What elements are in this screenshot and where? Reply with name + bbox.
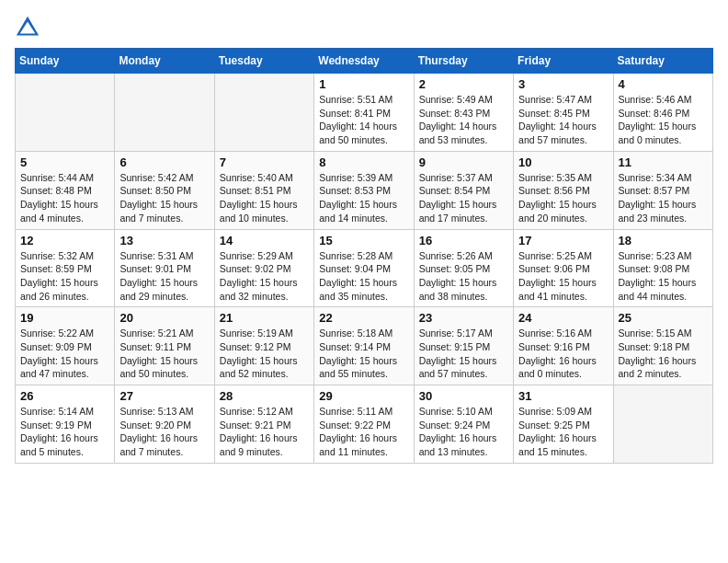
week-row-2: 5Sunrise: 5:44 AMSunset: 8:48 PMDaylight… (16, 151, 713, 229)
logo-icon (15, 15, 40, 40)
day-info: Sunrise: 5:51 AMSunset: 8:41 PMDaylight:… (319, 93, 408, 147)
day-info: Sunrise: 5:11 AMSunset: 9:22 PMDaylight:… (319, 405, 408, 459)
weekday-header-thursday: Thursday (414, 49, 513, 74)
day-info: Sunrise: 5:42 AMSunset: 8:50 PMDaylight:… (119, 171, 209, 225)
day-info: Sunrise: 5:17 AMSunset: 9:15 PMDaylight:… (419, 327, 508, 381)
day-info: Sunrise: 5:32 AMSunset: 8:59 PMDaylight:… (20, 249, 109, 304)
calendar-cell: 23Sunrise: 5:17 AMSunset: 9:15 PMDayligh… (414, 307, 513, 385)
calendar-cell: 5Sunrise: 5:44 AMSunset: 8:48 PMDaylight… (16, 151, 115, 229)
day-info: Sunrise: 5:34 AMSunset: 8:57 PMDaylight:… (619, 171, 708, 225)
weekday-header-row: SundayMondayTuesdayWednesdayThursdayFrid… (16, 49, 713, 74)
day-number: 11 (619, 155, 708, 169)
weekday-header-monday: Monday (115, 49, 214, 74)
calendar-cell: 3Sunrise: 5:47 AMSunset: 8:45 PMDaylight… (514, 74, 613, 152)
day-info: Sunrise: 5:25 AMSunset: 9:06 PMDaylight:… (518, 249, 608, 304)
calendar-cell: 20Sunrise: 5:21 AMSunset: 9:11 PMDayligh… (115, 307, 214, 385)
day-number: 1 (319, 77, 408, 91)
calendar-cell: 12Sunrise: 5:32 AMSunset: 8:59 PMDayligh… (16, 229, 115, 307)
calendar-cell: 25Sunrise: 5:15 AMSunset: 9:18 PMDayligh… (613, 307, 712, 385)
calendar-cell: 22Sunrise: 5:18 AMSunset: 9:14 PMDayligh… (314, 307, 414, 385)
day-number: 4 (619, 77, 708, 91)
calendar-cell: 13Sunrise: 5:31 AMSunset: 9:01 PMDayligh… (115, 229, 214, 307)
calendar-cell: 16Sunrise: 5:26 AMSunset: 9:05 PMDayligh… (414, 229, 513, 307)
day-info: Sunrise: 5:29 AMSunset: 9:02 PMDaylight:… (220, 249, 309, 304)
day-number: 20 (119, 311, 209, 325)
weekday-header-sunday: Sunday (16, 49, 115, 74)
page-header (15, 15, 713, 40)
calendar-cell: 10Sunrise: 5:35 AMSunset: 8:56 PMDayligh… (514, 151, 613, 229)
day-info: Sunrise: 5:12 AMSunset: 9:21 PMDaylight:… (220, 405, 309, 459)
day-info: Sunrise: 5:22 AMSunset: 9:09 PMDaylight:… (20, 327, 109, 381)
day-info: Sunrise: 5:44 AMSunset: 8:48 PMDaylight:… (20, 171, 109, 225)
calendar-cell: 30Sunrise: 5:10 AMSunset: 9:24 PMDayligh… (414, 385, 513, 464)
weekday-header-saturday: Saturday (613, 49, 712, 74)
calendar-cell: 17Sunrise: 5:25 AMSunset: 9:06 PMDayligh… (514, 229, 613, 307)
day-info: Sunrise: 5:09 AMSunset: 9:25 PMDaylight:… (518, 405, 608, 459)
calendar-cell: 1Sunrise: 5:51 AMSunset: 8:41 PMDaylight… (314, 74, 414, 152)
day-info: Sunrise: 5:18 AMSunset: 9:14 PMDaylight:… (319, 327, 408, 381)
weekday-header-wednesday: Wednesday (314, 49, 414, 74)
day-number: 31 (518, 389, 608, 403)
day-info: Sunrise: 5:21 AMSunset: 9:11 PMDaylight:… (119, 327, 209, 381)
calendar-cell (214, 74, 313, 152)
day-number: 26 (20, 389, 109, 403)
day-info: Sunrise: 5:46 AMSunset: 8:46 PMDaylight:… (619, 93, 708, 147)
calendar-cell: 6Sunrise: 5:42 AMSunset: 8:50 PMDaylight… (115, 151, 214, 229)
day-number: 2 (419, 77, 508, 91)
day-number: 19 (20, 311, 109, 325)
day-info: Sunrise: 5:49 AMSunset: 8:43 PMDaylight:… (419, 93, 508, 147)
day-info: Sunrise: 5:37 AMSunset: 8:54 PMDaylight:… (419, 171, 508, 225)
day-info: Sunrise: 5:40 AMSunset: 8:51 PMDaylight:… (220, 171, 309, 225)
calendar-cell: 11Sunrise: 5:34 AMSunset: 8:57 PMDayligh… (613, 151, 712, 229)
day-info: Sunrise: 5:13 AMSunset: 9:20 PMDaylight:… (119, 405, 209, 459)
day-number: 25 (619, 311, 708, 325)
day-info: Sunrise: 5:19 AMSunset: 9:12 PMDaylight:… (220, 327, 309, 381)
day-number: 27 (119, 389, 209, 403)
day-info: Sunrise: 5:14 AMSunset: 9:19 PMDaylight:… (20, 405, 109, 459)
day-number: 6 (119, 155, 209, 169)
day-number: 21 (220, 311, 309, 325)
calendar-cell: 21Sunrise: 5:19 AMSunset: 9:12 PMDayligh… (214, 307, 313, 385)
day-number: 9 (419, 155, 508, 169)
day-info: Sunrise: 5:47 AMSunset: 8:45 PMDaylight:… (518, 93, 608, 147)
day-info: Sunrise: 5:10 AMSunset: 9:24 PMDaylight:… (419, 405, 508, 459)
calendar-cell: 8Sunrise: 5:39 AMSunset: 8:53 PMDaylight… (314, 151, 414, 229)
day-number: 8 (319, 155, 408, 169)
calendar-cell: 26Sunrise: 5:14 AMSunset: 9:19 PMDayligh… (16, 385, 115, 464)
calendar-table: SundayMondayTuesdayWednesdayThursdayFrid… (15, 48, 713, 464)
day-number: 28 (220, 389, 309, 403)
day-number: 29 (319, 389, 408, 403)
day-info: Sunrise: 5:35 AMSunset: 8:56 PMDaylight:… (518, 171, 608, 225)
weekday-header-friday: Friday (514, 49, 613, 74)
day-number: 18 (619, 234, 708, 247)
calendar-cell: 19Sunrise: 5:22 AMSunset: 9:09 PMDayligh… (16, 307, 115, 385)
weekday-header-tuesday: Tuesday (214, 49, 313, 74)
day-info: Sunrise: 5:26 AMSunset: 9:05 PMDaylight:… (419, 249, 508, 304)
day-info: Sunrise: 5:16 AMSunset: 9:16 PMDaylight:… (518, 327, 608, 381)
day-info: Sunrise: 5:28 AMSunset: 9:04 PMDaylight:… (319, 249, 408, 304)
day-info: Sunrise: 5:39 AMSunset: 8:53 PMDaylight:… (319, 171, 408, 225)
day-number: 15 (319, 234, 408, 247)
day-number: 7 (220, 155, 309, 169)
calendar-cell: 27Sunrise: 5:13 AMSunset: 9:20 PMDayligh… (115, 385, 214, 464)
day-number: 10 (518, 155, 608, 169)
calendar-cell: 29Sunrise: 5:11 AMSunset: 9:22 PMDayligh… (314, 385, 414, 464)
day-number: 16 (419, 234, 508, 247)
week-row-5: 26Sunrise: 5:14 AMSunset: 9:19 PMDayligh… (16, 385, 713, 464)
day-info: Sunrise: 5:23 AMSunset: 9:08 PMDaylight:… (619, 249, 708, 304)
calendar-cell: 24Sunrise: 5:16 AMSunset: 9:16 PMDayligh… (514, 307, 613, 385)
calendar-cell: 7Sunrise: 5:40 AMSunset: 8:51 PMDaylight… (214, 151, 313, 229)
day-number: 14 (220, 234, 309, 247)
calendar-cell: 14Sunrise: 5:29 AMSunset: 9:02 PMDayligh… (214, 229, 313, 307)
day-number: 5 (20, 155, 109, 169)
calendar-cell: 2Sunrise: 5:49 AMSunset: 8:43 PMDaylight… (414, 74, 513, 152)
day-info: Sunrise: 5:31 AMSunset: 9:01 PMDaylight:… (119, 249, 209, 304)
calendar-cell: 28Sunrise: 5:12 AMSunset: 9:21 PMDayligh… (214, 385, 313, 464)
week-row-3: 12Sunrise: 5:32 AMSunset: 8:59 PMDayligh… (16, 229, 713, 307)
calendar-cell: 9Sunrise: 5:37 AMSunset: 8:54 PMDaylight… (414, 151, 513, 229)
day-number: 23 (419, 311, 508, 325)
calendar-cell: 31Sunrise: 5:09 AMSunset: 9:25 PMDayligh… (514, 385, 613, 464)
calendar-cell: 15Sunrise: 5:28 AMSunset: 9:04 PMDayligh… (314, 229, 414, 307)
day-info: Sunrise: 5:15 AMSunset: 9:18 PMDaylight:… (619, 327, 708, 381)
week-row-1: 1Sunrise: 5:51 AMSunset: 8:41 PMDaylight… (16, 74, 713, 152)
